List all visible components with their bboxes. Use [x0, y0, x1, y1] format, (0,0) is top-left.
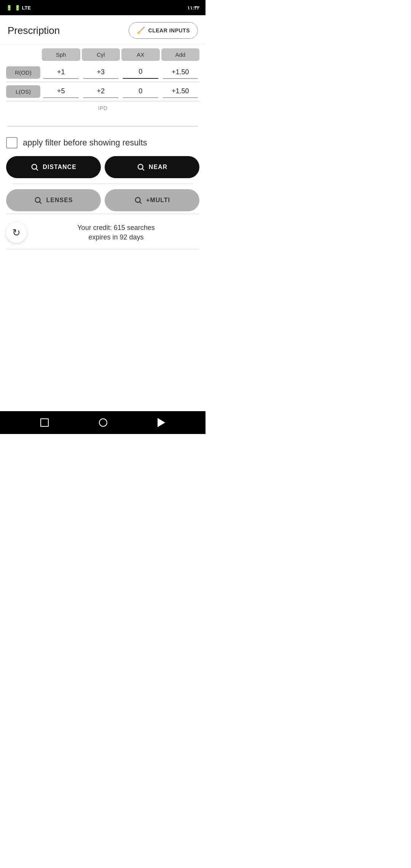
rx-right-ax[interactable]: 0 [123, 66, 158, 79]
refresh-icon: ↻ [12, 227, 21, 239]
header: Prescription 🧹 CLEAR INPUTS [0, 15, 206, 45]
rx-right-sph[interactable]: +1 [43, 67, 79, 79]
lenses-label: LENSES [46, 197, 73, 204]
near-label: NEAR [149, 164, 167, 171]
refresh-button[interactable]: ↻ [6, 222, 27, 243]
multi-label: +MULTI [146, 197, 170, 204]
lenses-button[interactable]: LENSES [6, 189, 101, 211]
nav-square-icon [40, 418, 49, 427]
credit-text: Your credit: 615 searchesexpires in 92 d… [33, 223, 199, 242]
search-icon-distance [30, 163, 39, 171]
nav-circle-icon [99, 418, 107, 427]
rx-left-cyl[interactable]: +2 [83, 86, 119, 98]
multi-button[interactable]: +MULTI [105, 189, 199, 211]
filter-label: apply filter before showing results [23, 138, 147, 148]
status-left: 🔋 🔋 LTE [6, 5, 31, 11]
rx-row-left: L(OS) +5 +2 0 +1.50 [6, 82, 199, 101]
divider-above-credit [6, 214, 199, 214]
col-header-sph: Sph [42, 48, 80, 61]
col-header-cyl: Cyl [82, 48, 120, 61]
network-label: 🔋 LTE [14, 5, 31, 11]
rx-left-ax[interactable]: 0 [123, 86, 158, 98]
clear-inputs-button[interactable]: 🧹 CLEAR INPUTS [129, 22, 198, 39]
col-header-ax: AX [121, 48, 160, 61]
svg-line-7 [140, 202, 141, 203]
rx-left-add[interactable]: +1.50 [163, 86, 198, 98]
col-header-add: Add [161, 48, 200, 61]
divider-between-rows [12, 183, 193, 184]
rx-right-cyl[interactable]: +3 [83, 67, 119, 79]
rx-row-right: R(OD) +1 +3 0 +1.50 [6, 63, 199, 82]
time-display: ١١:٣٢ [187, 5, 199, 11]
nav-home-button[interactable] [99, 418, 107, 427]
svg-line-1 [36, 169, 38, 170]
credit-row: ↻ Your credit: 615 searchesexpires in 92… [0, 216, 206, 246]
battery-icon: 🔋 [6, 5, 12, 11]
eye-label-left: L(OS) [6, 85, 40, 98]
search-row-2: LENSES +MULTI [6, 189, 199, 211]
search-icon-lenses [34, 196, 42, 204]
ipd-label: IPD [98, 105, 108, 111]
page-title: Prescription [8, 25, 60, 37]
search-icon-near [137, 163, 145, 171]
search-icon-multi [134, 196, 142, 204]
clear-inputs-label: CLEAR INPUTS [148, 27, 190, 34]
filter-row: apply filter before showing results [0, 126, 206, 156]
broom-icon: 🧹 [137, 26, 145, 35]
nav-forward-button[interactable] [158, 418, 165, 427]
ipd-section: IPD [0, 101, 206, 126]
rx-left-sph[interactable]: +5 [43, 86, 79, 98]
ipd-input[interactable] [8, 113, 198, 126]
header-spacer [6, 48, 40, 61]
column-headers: Sph Cyl AX Add [6, 48, 199, 61]
spacer [0, 249, 206, 411]
svg-line-5 [40, 202, 41, 203]
status-bar: 🔋 🔋 LTE ١١:٣٢ [0, 0, 206, 15]
prescription-section: Sph Cyl AX Add R(OD) +1 +3 0 +1.50 L(OS)… [0, 45, 206, 101]
distance-label: DISTANCE [43, 164, 76, 171]
nav-triangle-icon [158, 418, 165, 427]
filter-checkbox[interactable] [6, 137, 18, 148]
svg-line-3 [142, 169, 144, 170]
distance-button[interactable]: DISTANCE [6, 156, 101, 178]
nav-back-button[interactable] [40, 418, 49, 427]
near-button[interactable]: NEAR [105, 156, 199, 178]
search-row-1: DISTANCE NEAR [6, 156, 199, 178]
rx-right-add[interactable]: +1.50 [163, 67, 198, 79]
nav-bar [0, 411, 206, 434]
search-buttons: DISTANCE NEAR LENSES +MULTI [0, 156, 206, 211]
eye-label-right: R(OD) [6, 66, 40, 79]
